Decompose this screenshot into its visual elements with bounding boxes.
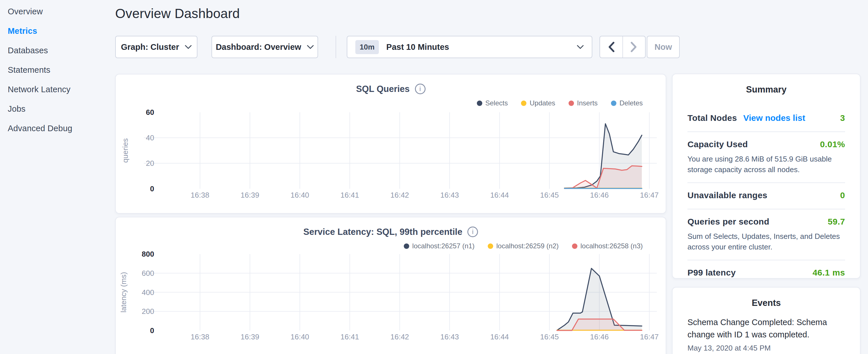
chart-title: Service Latency: SQL, 99th percentile	[304, 227, 463, 237]
service-latency-chart-card: Service Latency: SQL, 99th percentile i …	[115, 217, 666, 354]
dashboard-dropdown-label: Dashboard: Overview	[216, 42, 301, 52]
svg-text:16:42: 16:42	[390, 191, 409, 199]
chevron-down-icon	[307, 45, 314, 49]
summary-label: Total Nodes	[687, 113, 737, 123]
svg-text:16:46: 16:46	[590, 332, 609, 341]
sidebar-item-network-latency[interactable]: Network Latency	[8, 85, 115, 94]
svg-text:16:38: 16:38	[191, 332, 209, 341]
now-button-label: Now	[654, 42, 672, 52]
svg-text:16:44: 16:44	[490, 191, 509, 199]
svg-text:16:42: 16:42	[390, 332, 409, 341]
legend-dot-icon	[611, 100, 616, 106]
sidebar-item-advanced-debug[interactable]: Advanced Debug	[8, 124, 115, 133]
sidebar: Overview Metrics Databases Statements Ne…	[0, 0, 115, 354]
svg-text:16:38: 16:38	[191, 191, 209, 199]
summary-row-total-nodes: Total Nodes View nodes list 3	[687, 106, 845, 131]
chevron-left-icon	[608, 42, 614, 52]
summary-title: Summary	[673, 74, 860, 95]
dashboard-dropdown[interactable]: Dashboard: Overview	[212, 36, 318, 58]
sql-queries-chart-card: SQL Queries i SelectsUpdatesInsertsDelet…	[115, 74, 666, 214]
svg-text:queries: queries	[121, 138, 129, 163]
svg-text:40: 40	[146, 133, 154, 142]
view-nodes-list-link[interactable]: View nodes list	[743, 113, 805, 123]
sidebar-item-databases[interactable]: Databases	[8, 46, 115, 55]
page-title: Overview Dashboard	[115, 6, 240, 21]
svg-text:16:47: 16:47	[640, 191, 658, 199]
legend-dot-icon	[521, 100, 526, 106]
summary-value: 0	[840, 190, 845, 200]
sidebar-item-jobs[interactable]: Jobs	[8, 104, 115, 113]
chevron-down-icon	[185, 45, 192, 49]
summary-label: Unavailable ranges	[687, 190, 767, 200]
now-button[interactable]: Now	[647, 36, 680, 58]
svg-text:latency (ms): latency (ms)	[119, 272, 128, 313]
time-forward-button[interactable]	[623, 36, 645, 58]
legend-dot-icon	[488, 244, 493, 249]
summary-row-unavailable-ranges: Unavailable ranges 0	[687, 183, 845, 209]
sql-queries-plot[interactable]: 16:3816:3916:4016:4116:4216:4316:4416:45…	[116, 105, 667, 214]
time-back-button[interactable]	[600, 36, 623, 58]
svg-text:800: 800	[142, 250, 154, 258]
svg-text:600: 600	[142, 269, 154, 278]
service-latency-plot[interactable]: 16:3816:3916:4016:4116:4216:4316:4416:45…	[116, 249, 667, 354]
legend-dot-icon	[477, 100, 482, 106]
legend-dot-icon	[404, 244, 409, 249]
event-message: Schema Change Completed: Schema change w…	[687, 316, 845, 341]
chart-title: SQL Queries	[356, 84, 409, 94]
event-item[interactable]: Schema Change Completed: Schema change w…	[673, 308, 860, 353]
sidebar-item-overview[interactable]: Overview	[8, 7, 115, 16]
svg-text:20: 20	[146, 159, 154, 167]
summary-value: 46.1 ms	[812, 268, 845, 278]
svg-text:16:43: 16:43	[440, 191, 459, 199]
graph-dropdown[interactable]: Graph: Cluster	[115, 36, 197, 58]
svg-text:16:44: 16:44	[490, 332, 509, 341]
graph-dropdown-label: Graph: Cluster	[121, 42, 179, 52]
summary-description: You are using 28.6 MiB of 515.9 GiB usab…	[687, 154, 845, 183]
controls-divider	[336, 36, 336, 58]
svg-text:16:47: 16:47	[640, 332, 658, 341]
summary-description: Sum of Selects, Updates, Inserts, and De…	[687, 231, 845, 260]
svg-text:16:40: 16:40	[290, 332, 309, 341]
svg-text:0: 0	[150, 185, 154, 193]
summary-value: 0.01%	[820, 139, 845, 149]
info-icon[interactable]: i	[415, 84, 426, 94]
svg-text:200: 200	[142, 307, 154, 316]
svg-text:60: 60	[146, 108, 154, 117]
event-timestamp: May 13, 2020 at 4:45 PM	[687, 344, 845, 353]
chevron-down-icon	[577, 45, 584, 49]
legend-dot-icon	[568, 100, 574, 106]
sidebar-item-statements[interactable]: Statements	[8, 66, 115, 74]
svg-text:16:40: 16:40	[290, 191, 309, 199]
summary-value: 3	[840, 113, 845, 123]
summary-panel: Summary Total Nodes View nodes list 3 Ca…	[672, 74, 861, 279]
chevron-right-icon	[631, 42, 637, 52]
time-range-select[interactable]: 10m Past 10 Minutes	[347, 36, 592, 58]
events-panel: Events Schema Change Completed: Schema c…	[672, 287, 861, 354]
time-range-label: Past 10 Minutes	[386, 42, 449, 52]
time-range-badge: 10m	[355, 40, 379, 54]
summary-value: 59.7	[828, 217, 845, 227]
svg-text:16:41: 16:41	[340, 332, 359, 341]
svg-text:16:43: 16:43	[440, 332, 459, 341]
time-step-buttons	[599, 36, 646, 58]
svg-text:16:39: 16:39	[241, 332, 259, 341]
info-icon[interactable]: i	[467, 227, 478, 237]
svg-text:400: 400	[142, 288, 154, 297]
svg-text:16:46: 16:46	[590, 191, 609, 199]
svg-text:16:45: 16:45	[540, 191, 559, 199]
summary-label: Queries per second	[687, 217, 769, 227]
summary-row-p99: P99 latency 46.1 ms	[687, 260, 845, 286]
summary-label: P99 latency	[687, 268, 736, 278]
sidebar-item-metrics[interactable]: Metrics	[8, 27, 115, 35]
svg-text:16:45: 16:45	[540, 332, 559, 341]
events-title: Events	[673, 288, 860, 308]
svg-text:16:41: 16:41	[340, 191, 359, 199]
svg-text:16:39: 16:39	[241, 191, 259, 199]
svg-text:0: 0	[150, 326, 154, 335]
legend-dot-icon	[572, 244, 578, 249]
summary-label: Capacity Used	[687, 139, 748, 149]
